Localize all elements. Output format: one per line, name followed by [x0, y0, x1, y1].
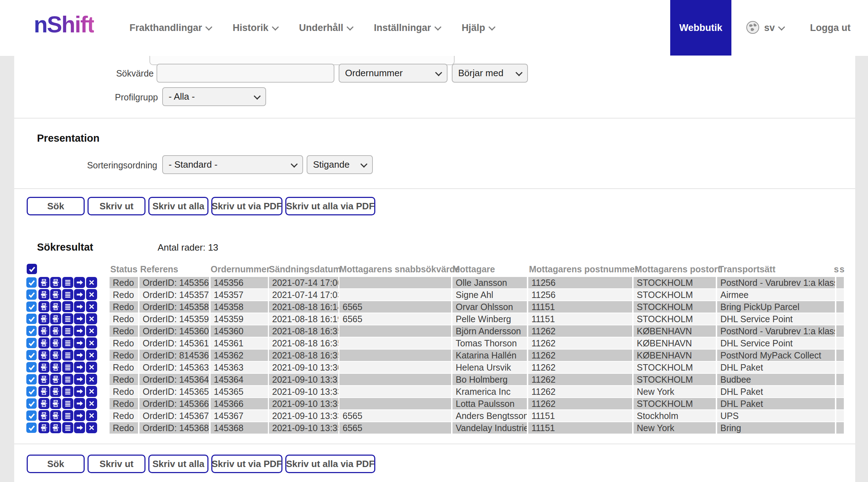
print-button[interactable]: [38, 289, 49, 300]
print-copy-button[interactable]: [50, 337, 61, 349]
select-row-checkbox[interactable]: [26, 277, 37, 288]
delete-button[interactable]: [86, 422, 97, 433]
select-row-checkbox[interactable]: [26, 362, 37, 372]
profilgrupp-select[interactable]: - Alla -: [162, 87, 266, 106]
select-row-checkbox[interactable]: [26, 338, 37, 348]
skriv-ut-via-pdf-button[interactable]: Skriv ut via PDF: [211, 197, 282, 215]
language-selector[interactable]: sv: [746, 0, 784, 56]
details-button[interactable]: [62, 289, 73, 300]
select-row-checkbox[interactable]: [26, 386, 37, 397]
print-button[interactable]: [38, 325, 49, 336]
print-copy-button[interactable]: [50, 362, 61, 373]
forward-button[interactable]: [74, 350, 85, 361]
delete-button[interactable]: [86, 350, 97, 361]
print-copy-button[interactable]: [50, 410, 61, 421]
print-copy-button[interactable]: [50, 350, 61, 361]
forward-button[interactable]: [74, 386, 85, 397]
print-copy-button[interactable]: [50, 277, 61, 288]
skriv-ut-button[interactable]: Skriv ut: [88, 455, 145, 473]
match-type-select[interactable]: Börjar med: [452, 64, 528, 83]
details-button[interactable]: [62, 374, 73, 385]
print-button[interactable]: [38, 422, 49, 433]
details-button[interactable]: [62, 410, 73, 421]
details-button[interactable]: [62, 277, 73, 288]
print-copy-button[interactable]: [50, 289, 61, 300]
select-row-checkbox[interactable]: [26, 289, 37, 300]
select-row-checkbox[interactable]: [26, 326, 37, 336]
delete-button[interactable]: [86, 374, 97, 385]
sort-direction-select[interactable]: Stigande: [307, 155, 373, 174]
forward-button[interactable]: [74, 410, 85, 421]
print-button[interactable]: [38, 277, 49, 288]
details-button[interactable]: [62, 362, 73, 373]
print-button[interactable]: [38, 301, 49, 312]
details-button[interactable]: [62, 313, 73, 324]
delete-button[interactable]: [86, 398, 97, 409]
print-button[interactable]: [38, 410, 49, 421]
select-row-checkbox[interactable]: [26, 314, 37, 324]
nav-hjalp[interactable]: Hjälp: [462, 22, 494, 33]
search-field-select[interactable]: Ordernummer: [339, 64, 448, 83]
delete-button[interactable]: [86, 325, 97, 336]
nav-installningar[interactable]: Inställningar: [374, 22, 440, 33]
forward-button[interactable]: [74, 313, 85, 324]
forward-button[interactable]: [74, 337, 85, 349]
print-button[interactable]: [38, 398, 49, 409]
details-button[interactable]: [62, 325, 73, 336]
print-button[interactable]: [38, 350, 49, 361]
print-button[interactable]: [38, 362, 49, 373]
logout-link[interactable]: Logga ut: [810, 0, 851, 56]
forward-button[interactable]: [74, 277, 85, 288]
select-row-checkbox[interactable]: [26, 423, 37, 433]
delete-button[interactable]: [86, 277, 97, 288]
select-row-checkbox[interactable]: [26, 302, 37, 312]
print-button[interactable]: [38, 386, 49, 397]
sok-button[interactable]: Sök: [27, 197, 85, 215]
forward-button[interactable]: [74, 374, 85, 385]
delete-button[interactable]: [86, 301, 97, 312]
skriv-ut-button[interactable]: Skriv ut: [88, 197, 145, 215]
delete-button[interactable]: [86, 337, 97, 349]
sort-order-select[interactable]: - Standard -: [162, 155, 303, 174]
details-button[interactable]: [62, 337, 73, 349]
select-row-checkbox[interactable]: [26, 350, 37, 360]
search-input[interactable]: [157, 64, 334, 83]
delete-button[interactable]: [86, 410, 97, 421]
details-button[interactable]: [62, 398, 73, 409]
skriv-ut-alla-via-pdf-button[interactable]: Skriv ut alla via PDF: [285, 197, 375, 215]
forward-button[interactable]: [74, 422, 85, 433]
forward-button[interactable]: [74, 289, 85, 300]
select-row-checkbox[interactable]: [26, 374, 37, 384]
skriv-ut-alla-button[interactable]: Skriv ut alla: [148, 197, 208, 215]
print-button[interactable]: [38, 313, 49, 324]
forward-button[interactable]: [74, 325, 85, 336]
forward-button[interactable]: [74, 398, 85, 409]
nav-frakthandlingar[interactable]: Frakthandlingar: [129, 22, 211, 33]
nav-underhall[interactable]: Underhåll: [299, 22, 353, 33]
delete-button[interactable]: [86, 386, 97, 397]
select-row-checkbox[interactable]: [26, 410, 37, 421]
print-copy-button[interactable]: [50, 398, 61, 409]
print-copy-button[interactable]: [50, 386, 61, 397]
skriv-ut-via-pdf-button[interactable]: Skriv ut via PDF: [211, 455, 282, 473]
print-button[interactable]: [38, 337, 49, 349]
details-button[interactable]: [62, 350, 73, 361]
details-button[interactable]: [62, 301, 73, 312]
print-copy-button[interactable]: [50, 374, 61, 385]
skriv-ut-alla-via-pdf-button[interactable]: Skriv ut alla via PDF: [285, 455, 375, 473]
print-copy-button[interactable]: [50, 325, 61, 336]
skriv-ut-alla-button[interactable]: Skriv ut alla: [148, 455, 208, 473]
details-button[interactable]: [62, 422, 73, 433]
details-button[interactable]: [62, 386, 73, 397]
delete-button[interactable]: [86, 362, 97, 373]
forward-button[interactable]: [74, 301, 85, 312]
select-row-checkbox[interactable]: [26, 398, 37, 409]
print-copy-button[interactable]: [50, 301, 61, 312]
print-copy-button[interactable]: [50, 313, 61, 324]
select-all-checkbox[interactable]: [27, 264, 37, 274]
delete-button[interactable]: [86, 313, 97, 324]
print-button[interactable]: [38, 374, 49, 385]
delete-button[interactable]: [86, 289, 97, 300]
sok-button[interactable]: Sök: [27, 455, 85, 473]
nav-historik[interactable]: Historik: [233, 22, 278, 33]
